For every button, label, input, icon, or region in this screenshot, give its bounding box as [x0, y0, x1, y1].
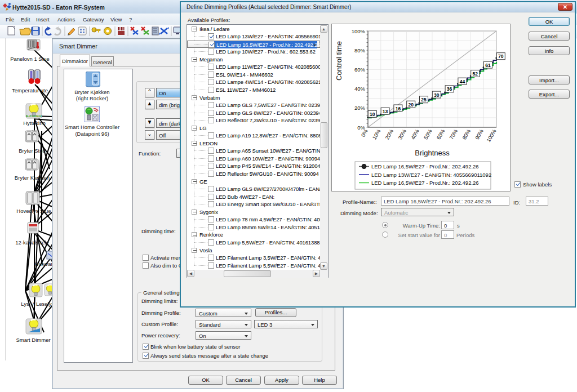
- svg-text:61: 61: [485, 63, 491, 68]
- svg-text:25: 25: [421, 97, 427, 103]
- svg-text:60%: 60%: [354, 66, 366, 73]
- svg-text:40%: 40%: [354, 86, 366, 92]
- svg-text:LED Lamp 13W/E27 - EAN/GTIN: 4: LED Lamp 13W/E27 - EAN/GTIN: 40556690110…: [371, 172, 491, 178]
- svg-text:E-Control: E-Control: [26, 114, 42, 118]
- svg-text:LED Lamp 16,5W/E27 - Prod.Nr.:: LED Lamp 16,5W/E27 - Prod.Nr.: 202.492.2…: [371, 163, 479, 170]
- svg-text:20: 20: [408, 102, 414, 108]
- svg-text:13: 13: [383, 109, 388, 114]
- svg-text:20%: 20%: [354, 105, 366, 111]
- svg-text:Brightness: Brightness: [415, 149, 450, 157]
- svg-text:36: 36: [447, 86, 452, 92]
- svg-text:52: 52: [472, 71, 478, 77]
- svg-text:44: 44: [460, 79, 465, 84]
- svg-text:16: 16: [396, 106, 401, 112]
- svg-text:70: 70: [498, 54, 504, 59]
- svg-text:LED Lamp 16,5W/E27 - Prod.Nr.:: LED Lamp 16,5W/E27 - Prod.Nr.: 202.492.2…: [371, 180, 479, 186]
- svg-text:80%: 80%: [354, 47, 366, 54]
- svg-text:Control time: Control time: [335, 41, 343, 81]
- svg-text:10: 10: [370, 112, 375, 117]
- svg-text:30: 30: [434, 92, 440, 98]
- svg-text:100%: 100%: [352, 28, 366, 34]
